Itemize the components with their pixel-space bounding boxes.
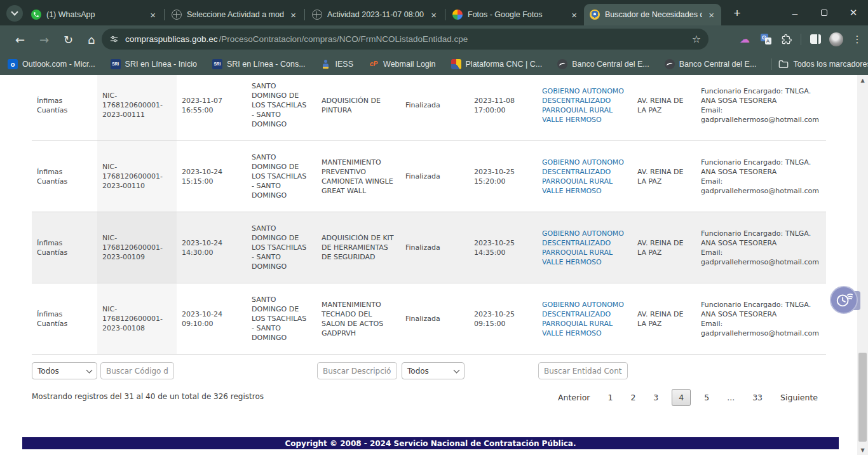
pagination-next[interactable]: Siguiente bbox=[776, 390, 822, 405]
tab-search-button[interactable] bbox=[6, 5, 23, 22]
tab-close-icon[interactable]: × bbox=[289, 10, 297, 20]
reload-icon[interactable]: ↻ bbox=[64, 32, 73, 46]
tab-separator bbox=[445, 9, 445, 20]
google-photos-icon bbox=[452, 10, 463, 20]
scrollbar-thumb[interactable] bbox=[858, 353, 867, 442]
cell-description: ADQUISICIÓN DE KIT DE HERRAMIENTAS DE SE… bbox=[316, 229, 400, 266]
tab-title: Actividad 2023-11-07 08:00: bbox=[327, 10, 424, 19]
all-bookmarks-button[interactable]: Todos los marcadores bbox=[778, 60, 868, 69]
cell-address: AV. REINA DE LA PAZ bbox=[632, 234, 696, 261]
banco-central-icon bbox=[557, 59, 567, 69]
floating-timer-widget[interactable] bbox=[830, 286, 859, 315]
table-row[interactable]: Ínfimas Cuantías NIC-1768120600001-2023-… bbox=[32, 283, 826, 355]
cell-entity-link[interactable]: GOBIERNO AUTONOMO DESCENTRALIZADO PARROQ… bbox=[537, 154, 632, 200]
cell-contact: Funcionario Encargado: TNLGA. ANA SOSA T… bbox=[696, 225, 826, 271]
folder-icon bbox=[778, 60, 789, 69]
chevron-down-icon bbox=[454, 367, 460, 373]
url-host: compraspublicas.gob.ec bbox=[125, 34, 218, 44]
records-summary: Mostrando registros del 31 al 40 de un t… bbox=[32, 392, 264, 401]
site-settings-icon[interactable] bbox=[109, 34, 119, 44]
restore-icon bbox=[821, 10, 827, 16]
pagination-page-1[interactable]: 1 bbox=[603, 390, 617, 405]
tab-actividad[interactable]: Actividad 2023-11-07 08:00: × bbox=[306, 4, 444, 25]
cell-code: NIC-1768120600001-2023-00109 bbox=[97, 212, 177, 283]
cell-closed-date: 2023-10-25 14:35:00 bbox=[469, 234, 537, 261]
forward-icon[interactable]: → bbox=[39, 32, 49, 46]
code-search-input[interactable] bbox=[100, 362, 174, 379]
sri-icon: SRI bbox=[212, 59, 222, 69]
cell-type: Ínfimas Cuantías bbox=[32, 163, 97, 190]
sri-icon: SRI bbox=[111, 59, 121, 69]
cell-type: Ínfimas Cuantías bbox=[32, 306, 97, 332]
profile-avatar[interactable] bbox=[829, 32, 843, 46]
pagination-page-3[interactable]: 3 bbox=[649, 390, 663, 405]
column-filters: Todos Todos bbox=[0, 362, 858, 380]
tab-buscador-necesidades-active[interactable]: Buscador de Necesidades de × bbox=[584, 4, 721, 25]
pagination-previous[interactable]: Anterior bbox=[553, 390, 594, 405]
scroll-down-icon[interactable]: ▼ bbox=[857, 445, 868, 455]
address-bar[interactable]: compraspublicas.gob.ec/ProcesoContrataci… bbox=[102, 29, 709, 50]
bookmark-cnc[interactable]: Plataforma CNC | C... bbox=[451, 59, 543, 69]
cell-entity-link[interactable]: GOBIERNO AUTONOMO DESCENTRALIZADO PARROQ… bbox=[537, 225, 632, 271]
scroll-up-icon[interactable]: ▲ bbox=[857, 75, 868, 85]
bookmark-iess[interactable]: IESS bbox=[321, 59, 354, 69]
bookmark-banco-central-2[interactable]: Banco Central del E... bbox=[665, 59, 757, 69]
cell-location: SANTO DOMINGO DE LOS TSACHILAS - SANTO D… bbox=[247, 149, 316, 204]
minimize-button[interactable]: – bbox=[780, 0, 810, 25]
tab-strip: (1) WhatsApp × Seleccione Actividad a mo… bbox=[0, 0, 868, 25]
tab-seleccione-actividad[interactable]: Seleccione Actividad a modi × bbox=[166, 4, 303, 25]
page-content: Ínfimas Cuantías NIC-1768120600001-2023-… bbox=[0, 75, 868, 455]
back-icon[interactable]: ← bbox=[15, 32, 25, 46]
pagination-page-4-active[interactable]: 4 bbox=[672, 389, 691, 406]
cell-location: SANTO DOMINGO DE LOS TSACHILAS - SANTO D… bbox=[247, 291, 316, 346]
cell-contact: Funcionario Encargado: TNLGA. ANA SOSA T… bbox=[696, 83, 826, 128]
tab-whatsapp[interactable]: (1) WhatsApp × bbox=[25, 4, 163, 25]
pagination-page-2[interactable]: 2 bbox=[626, 390, 640, 405]
tab-google-fotos[interactable]: Fotos - Google Fotos × bbox=[447, 4, 584, 25]
translate-icon[interactable]: GA bbox=[759, 32, 773, 46]
extension-cloud-icon[interactable]: ☁ bbox=[738, 32, 752, 46]
tab-title: Buscador de Necesidades de bbox=[605, 10, 702, 19]
cell-code: NIC-1768120600001-2023-00108 bbox=[97, 283, 177, 354]
tab-close-icon[interactable]: × bbox=[707, 10, 715, 20]
tab-close-icon[interactable]: × bbox=[570, 10, 578, 20]
home-icon[interactable]: ⌂ bbox=[88, 32, 95, 46]
cell-closed-date: 2023-10-25 15:20:00 bbox=[469, 163, 537, 190]
type-filter-select[interactable]: Todos bbox=[32, 362, 97, 379]
cell-address: AV. REINA DE LA PAZ bbox=[632, 92, 696, 119]
page-scrollbar[interactable]: ▲ ▼ bbox=[857, 75, 868, 455]
extensions-puzzle-icon[interactable] bbox=[780, 32, 794, 46]
table-row[interactable]: Ínfimas Cuantías NIC-1768120600001-2023-… bbox=[32, 212, 826, 283]
cell-type: Ínfimas Cuantías bbox=[32, 92, 97, 119]
bookmark-webmail[interactable]: cPWebmail Login bbox=[369, 59, 435, 69]
status-filter-select[interactable]: Todos bbox=[402, 362, 465, 379]
ecuador-crest-icon bbox=[590, 10, 600, 20]
maximize-button[interactable] bbox=[810, 0, 839, 25]
bookmark-sri-consultas[interactable]: SRISRI en Línea - Cons... bbox=[212, 59, 306, 69]
close-button[interactable]: ✕ bbox=[839, 0, 868, 25]
tab-close-icon[interactable]: × bbox=[149, 10, 157, 20]
cpanel-icon: cP bbox=[369, 59, 379, 69]
cell-entity-link[interactable]: GOBIERNO AUTONOMO DESCENTRALIZADO PARROQ… bbox=[537, 83, 632, 128]
cell-status: Finalizada bbox=[400, 310, 469, 327]
table-row[interactable]: Ínfimas Cuantías NIC-1768120600001-2023-… bbox=[32, 75, 826, 141]
bookmark-banco-central-1[interactable]: Banco Central del E... bbox=[557, 59, 649, 69]
pagination-page-5[interactable]: 5 bbox=[700, 390, 714, 405]
bookmark-star-icon[interactable]: ☆ bbox=[692, 33, 701, 45]
cell-code: NIC-1768120600001-2023-00111 bbox=[97, 75, 177, 140]
globe-icon bbox=[172, 10, 182, 20]
cell-address: AV. REINA DE LA PAZ bbox=[632, 306, 696, 332]
menu-dots-icon[interactable]: ⋮ bbox=[850, 32, 864, 46]
new-tab-button[interactable]: + bbox=[729, 6, 745, 21]
entity-search-input[interactable] bbox=[538, 362, 628, 379]
tab-close-icon[interactable]: × bbox=[430, 10, 438, 20]
cell-contact: Funcionario Encargado: TNLGA. ANA SOSA T… bbox=[696, 296, 826, 342]
description-search-input[interactable] bbox=[317, 362, 397, 379]
bookmark-outlook[interactable]: oOutlook.com - Micr... bbox=[8, 59, 95, 69]
table-row[interactable]: Ínfimas Cuantías NIC-1768120600001-2023-… bbox=[32, 141, 826, 212]
cell-location: SANTO DOMINGO DE LOS TSACHILAS - SANTO D… bbox=[247, 78, 316, 133]
pagination-page-33[interactable]: 33 bbox=[748, 390, 767, 405]
cell-entity-link[interactable]: GOBIERNO AUTONOMO DESCENTRALIZADO PARROQ… bbox=[537, 296, 632, 342]
bookmark-sri-inicio[interactable]: SRISRI en Línea - Inicio bbox=[111, 59, 197, 69]
side-panel-icon[interactable] bbox=[808, 32, 822, 46]
